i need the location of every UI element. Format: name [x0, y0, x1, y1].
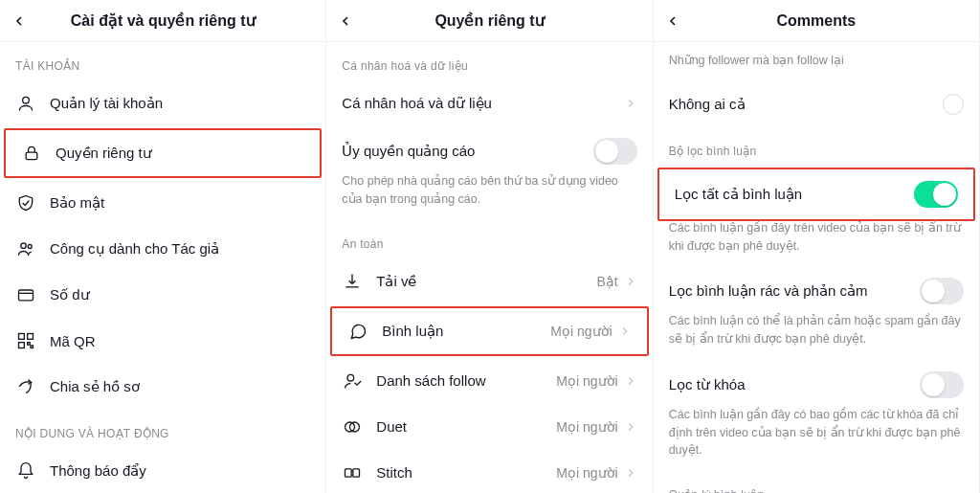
- chevron-right-icon: [624, 466, 637, 480]
- chevron-right-icon: [624, 374, 637, 388]
- svg-rect-1: [26, 152, 37, 160]
- row-balance[interactable]: Số dư: [0, 272, 325, 318]
- row-label: Quản lý tài khoản: [50, 95, 310, 112]
- row-label: Mã QR: [50, 333, 310, 349]
- qr-icon: [15, 330, 36, 351]
- panel-privacy: Quyền riêng tư Cá nhân hoá và dữ liệu Cá…: [326, 0, 653, 493]
- toggle-filter-keywords[interactable]: [920, 371, 964, 398]
- radio-unchecked-icon[interactable]: [943, 94, 964, 115]
- row-label: Tải về: [376, 273, 596, 290]
- highlight-privacy: Quyền riêng tư: [4, 128, 322, 178]
- row-label: Lọc bình luận rác và phản cảm: [669, 282, 920, 300]
- svg-point-14: [347, 374, 354, 381]
- row-downloads[interactable]: Tải về Bật: [326, 258, 652, 304]
- row-label: Thông báo đẩy: [50, 462, 310, 480]
- row-stitch[interactable]: Stitch Mọi người: [326, 450, 652, 494]
- row-following-list[interactable]: Danh sách follow Mọi người: [326, 358, 652, 404]
- chevron-right-icon: [624, 97, 637, 110]
- toggle-filter-spam[interactable]: [920, 278, 964, 304]
- row-label: Ủy quyền quảng cáo: [342, 143, 592, 160]
- row-personalization[interactable]: Cá nhân hoá và dữ liệu: [326, 80, 652, 126]
- section-comment-filter-label: Bộ lọc bình luận: [654, 127, 979, 166]
- row-followers-follow-back: Những follower mà bạn follow lại: [654, 42, 979, 81]
- group-icon: [15, 238, 36, 259]
- row-label: Công cụ dành cho Tác giả: [50, 240, 310, 258]
- row-filter-kw-desc: Các bình luận gần đây có bao gồm các từ …: [654, 406, 979, 471]
- svg-point-0: [23, 97, 30, 103]
- row-label: Stitch: [376, 464, 556, 481]
- header: Comments: [654, 0, 979, 42]
- back-icon[interactable]: [665, 13, 680, 29]
- row-comments[interactable]: Bình luận Mọi người: [332, 308, 646, 354]
- comment-icon: [347, 321, 368, 342]
- row-ad-authorization[interactable]: Ủy quyền quảng cáo: [326, 126, 652, 176]
- svg-rect-7: [28, 334, 33, 340]
- row-filter-spam-desc: Các bình luận có thể là phản cảm hoặc sp…: [654, 312, 979, 360]
- page-title: Quyền riêng tư: [434, 11, 544, 30]
- row-creator-tools[interactable]: Công cụ dành cho Tác giả: [0, 226, 325, 272]
- svg-rect-18: [353, 468, 360, 476]
- row-filter-keywords[interactable]: Lọc từ khóa: [654, 360, 979, 410]
- page-title: Comments: [776, 12, 856, 30]
- row-label: Danh sách follow: [376, 372, 556, 389]
- row-qr[interactable]: Mã QR: [0, 318, 325, 364]
- lock-icon: [21, 143, 42, 164]
- row-label: Chia sẻ hồ sơ: [50, 378, 310, 395]
- highlight-comments: Bình luận Mọi người: [330, 306, 648, 356]
- download-icon: [342, 271, 363, 292]
- row-label: Số dư: [50, 286, 310, 303]
- page-title: Cài đặt và quyền riêng tư: [71, 11, 256, 30]
- row-security[interactable]: Bảo mật: [0, 180, 325, 226]
- row-value: Mọi người: [550, 324, 612, 339]
- row-label: Cá nhân hoá và dữ liệu: [342, 95, 623, 112]
- panel-settings: Cài đặt và quyền riêng tư TÀI KHOẢN Quản…: [0, 0, 326, 493]
- row-duet[interactable]: Duet Mọi người: [326, 404, 652, 450]
- row-value: Bật: [596, 274, 617, 289]
- svg-point-3: [28, 245, 32, 249]
- row-manage-account[interactable]: Quản lý tài khoản: [0, 80, 325, 126]
- svg-rect-10: [31, 346, 33, 348]
- row-label: Bình luận: [382, 323, 550, 340]
- row-value: Mọi người: [556, 419, 617, 435]
- back-icon[interactable]: [11, 13, 27, 29]
- svg-rect-17: [345, 468, 352, 476]
- row-filter-all-desc: Các bình luận gần đây trên video của bạn…: [654, 219, 979, 267]
- row-ads-desc: Cho phép nhà quảng cáo bên thứ ba sử dụn…: [326, 172, 652, 220]
- toggle-filter-all[interactable]: [914, 181, 958, 208]
- row-share-profile[interactable]: Chia sẻ hồ sơ: [0, 364, 325, 410]
- section-content-label: NỘI DUNG VÀ HOẠT ĐỘNG: [0, 410, 325, 448]
- row-label: Quyền riêng tư: [56, 145, 304, 162]
- svg-rect-9: [28, 343, 31, 346]
- row-value: Mọi người: [556, 465, 617, 481]
- highlight-filter-all: Lọc tất cả bình luận: [657, 168, 975, 221]
- row-filter-all[interactable]: Lọc tất cả bình luận: [659, 169, 973, 219]
- header: Quyền riêng tư: [326, 0, 652, 42]
- wallet-icon: [15, 284, 36, 305]
- back-icon[interactable]: [338, 13, 353, 29]
- toggle-ads[interactable]: [593, 138, 637, 165]
- section-manage-label: Quản lý bình luận: [654, 471, 979, 493]
- row-label: Duet: [376, 418, 556, 435]
- row-value: Mọi người: [556, 373, 617, 389]
- bell-icon: [15, 460, 36, 482]
- row-push-notifications[interactable]: Thông báo đẩy: [0, 448, 325, 493]
- svg-rect-4: [19, 290, 33, 301]
- svg-rect-8: [19, 343, 25, 348]
- header: Cài đặt và quyền riêng tư: [0, 0, 325, 42]
- share-icon: [15, 376, 36, 397]
- row-noone[interactable]: Không ai cả: [654, 81, 979, 127]
- chevron-right-icon: [618, 325, 632, 338]
- row-label: Lọc từ khóa: [669, 376, 920, 393]
- svg-rect-6: [19, 334, 25, 340]
- row-label: Không ai cả: [669, 96, 943, 113]
- svg-point-2: [21, 243, 26, 248]
- section-safety-label: An toàn: [326, 220, 652, 258]
- chevron-right-icon: [624, 420, 637, 434]
- row-filter-spam[interactable]: Lọc bình luận rác và phản cảm: [654, 266, 979, 316]
- row-privacy[interactable]: Quyền riêng tư: [6, 130, 320, 176]
- user-check-icon: [342, 370, 363, 392]
- shield-icon: [15, 192, 36, 213]
- duet-icon: [342, 416, 363, 437]
- stitch-icon: [342, 462, 363, 483]
- section-personalization-label: Cá nhân hoá và dữ liệu: [326, 42, 652, 80]
